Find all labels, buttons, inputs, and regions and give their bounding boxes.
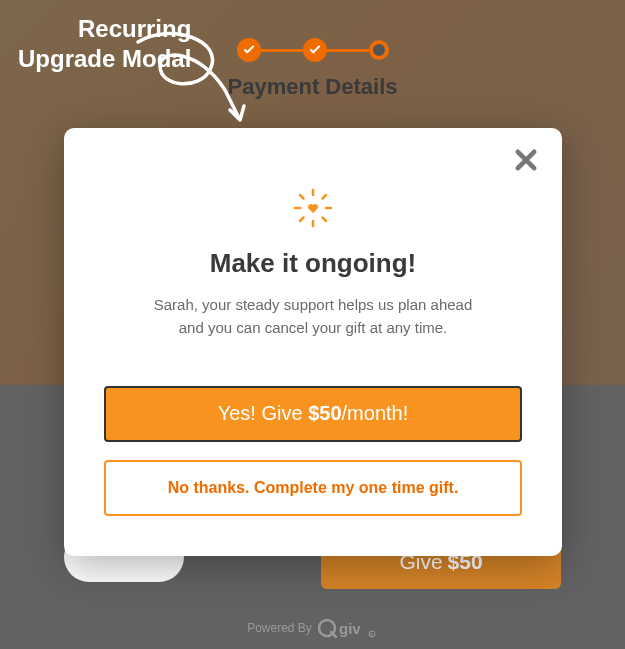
- yes-recurring-button[interactable]: Yes! Give $50 /month!: [104, 386, 522, 442]
- modal-title: Make it ongoing!: [210, 248, 417, 279]
- svg-line-1: [331, 632, 336, 637]
- svg-text:giv: giv: [339, 620, 361, 637]
- annotation-line1: Recurring: [18, 14, 191, 44]
- annotation-line2: Upgrade Modal: [18, 44, 191, 74]
- check-icon: [308, 43, 322, 57]
- annotation-label: Recurring Upgrade Modal: [18, 14, 191, 74]
- qgiv-logo-icon: giv R: [318, 617, 378, 639]
- primary-prefix: Yes! Give: [218, 402, 303, 425]
- check-icon: [242, 43, 256, 57]
- svg-line-9: [300, 195, 304, 199]
- svg-line-11: [300, 218, 304, 222]
- powered-by-text: Powered By: [247, 621, 312, 635]
- stepper-current-label: Payment Details: [0, 74, 625, 100]
- primary-amount: $50: [308, 402, 341, 425]
- step-3-current: [369, 40, 389, 60]
- step-2-done: [303, 38, 327, 62]
- step-connector: [261, 49, 303, 52]
- secondary-label: No thanks. Complete my one time gift.: [168, 479, 459, 497]
- recurring-upgrade-modal: Make it ongoing! Sarah, your steady supp…: [64, 128, 562, 556]
- svg-line-10: [323, 218, 327, 222]
- svg-line-12: [323, 195, 327, 199]
- close-button[interactable]: [512, 146, 540, 174]
- heart-burst-icon: [293, 188, 333, 228]
- modal-body: Sarah, your steady support helps us plan…: [143, 293, 483, 340]
- no-thanks-button[interactable]: No thanks. Complete my one time gift.: [104, 460, 522, 516]
- svg-text:R: R: [369, 632, 373, 638]
- step-connector: [327, 49, 369, 52]
- primary-suffix: /month!: [342, 402, 409, 425]
- step-1-done: [237, 38, 261, 62]
- close-icon: [512, 146, 540, 174]
- powered-by: Powered By giv R: [0, 617, 625, 639]
